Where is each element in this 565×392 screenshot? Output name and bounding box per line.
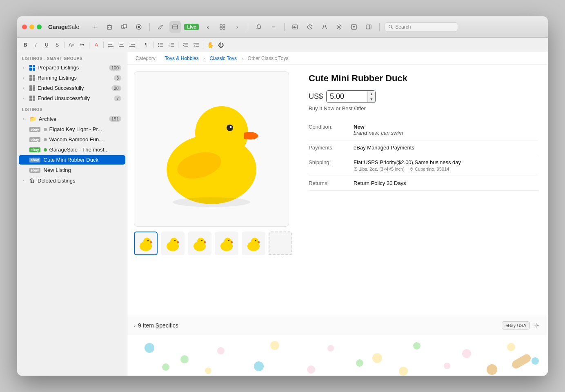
grid-view-button[interactable]	[217, 21, 228, 33]
status-dot	[44, 138, 47, 141]
strikethrough-button[interactable]: S	[52, 40, 62, 50]
schedule-button[interactable]	[304, 21, 316, 33]
price-down-button[interactable]: ▼	[368, 97, 375, 102]
notifications-button[interactable]	[253, 21, 265, 33]
sidebar-item-deleted[interactable]: › 🗑 Deleted Listings	[19, 176, 125, 185]
badge: 100	[109, 65, 121, 71]
list-unordered-button[interactable]	[156, 40, 165, 50]
content-area: Category: Toys & Hobbies › Classic Toys …	[127, 52, 548, 376]
sidebar-item-label: Running Listings	[38, 75, 77, 81]
fullscreen-button[interactable]	[37, 24, 42, 29]
sidebar-item-prepared[interactable]: › Prepared Listings 100	[19, 63, 125, 72]
svg-point-64	[197, 238, 205, 245]
confetti-dot	[145, 343, 154, 353]
outdent-button[interactable]	[180, 40, 190, 50]
sidebar-item-elgato[interactable]: ebay Elgato Key Light - Pr...	[19, 125, 125, 134]
svg-point-71	[255, 240, 256, 241]
location-icon	[409, 167, 414, 171]
svg-point-18	[338, 26, 340, 28]
sidebar-item-new-listing[interactable]: ebay New Listing	[19, 165, 125, 175]
sidebar-item-running[interactable]: › Running Listings 3	[19, 73, 125, 82]
search-icon	[388, 24, 393, 29]
thumbnail-1[interactable]	[134, 232, 158, 255]
search-bar[interactable]	[385, 22, 458, 31]
sidebar-item-rubber-duck[interactable]: ebay Cute Mini Rubber Duck	[19, 155, 125, 165]
close-button[interactable]	[22, 24, 27, 29]
price-input-wrapper: ▲ ▼	[326, 90, 376, 103]
price-up-button[interactable]: ▲	[368, 91, 375, 97]
italic-button[interactable]: I	[31, 40, 41, 50]
titlebar: GarageSale + Live ‹ › ···	[17, 16, 548, 38]
sidebar-item-label: Ended Successfully	[38, 85, 84, 91]
panel-button[interactable]	[363, 21, 374, 33]
region-settings-button[interactable]	[532, 321, 541, 330]
power-button[interactable]: ⏻	[216, 40, 226, 50]
confetti-dot	[356, 359, 363, 367]
price-input[interactable]	[327, 91, 367, 102]
svg-point-73	[411, 168, 412, 169]
settings-button[interactable]	[334, 21, 345, 33]
indent-button[interactable]	[191, 40, 201, 50]
sidebar-item-garagesale[interactable]: ebay GarageSale - The most...	[19, 145, 125, 154]
thumbnail-2[interactable]	[161, 232, 185, 255]
align-center-button[interactable]	[116, 40, 126, 50]
item-specifics-bar: › 9 Item Specifics eBay USA	[127, 316, 548, 335]
product-details-panel: Cute Mini Rubber Duck US$ ▲ ▼ Buy It Now	[299, 65, 548, 316]
minimize-button[interactable]	[29, 24, 34, 29]
svg-point-35	[158, 45, 159, 45]
list-ordered-button[interactable]: 1.2.3.	[166, 40, 176, 50]
svg-rect-8	[173, 25, 178, 29]
text-style-button[interactable]: ¶	[141, 40, 151, 50]
returns-value: Return Policy 30 Days	[354, 180, 538, 186]
confetti-dot	[205, 368, 211, 374]
thumbnail-3[interactable]	[188, 232, 211, 255]
ebay-tag: ebay	[29, 168, 40, 173]
edit-pen-button[interactable]	[155, 21, 166, 33]
item-specifics-toggle[interactable]: › 9 Item Specifics	[134, 322, 178, 329]
smart-group-icon	[29, 85, 35, 91]
app-title: GarageSale	[48, 24, 79, 30]
svg-point-67	[224, 238, 231, 245]
main-product-image[interactable]	[134, 71, 289, 227]
weight-icon	[354, 167, 358, 171]
search-input[interactable]	[395, 24, 452, 30]
new-listing-button[interactable]: +	[89, 21, 100, 33]
duplicate-button[interactable]	[118, 21, 130, 33]
ebay-usa-button[interactable]: eBay USA	[502, 321, 530, 330]
image-button[interactable]	[289, 21, 301, 33]
payments-label: Payments:	[309, 145, 354, 151]
hand-tool-button[interactable]: ✋	[205, 40, 215, 50]
account-button[interactable]	[319, 21, 330, 33]
badge: 7	[114, 96, 121, 101]
smart-groups-header: LISTINGS - SMART GROUPS	[17, 52, 127, 62]
delete-button[interactable]	[104, 21, 115, 33]
upload-button[interactable]	[348, 21, 360, 33]
prev-nav-button[interactable]: ‹	[202, 21, 214, 33]
align-left-button[interactable]	[106, 40, 116, 50]
sidebar-item-label: Ended Unsuccessfully	[38, 95, 90, 101]
bold-button[interactable]: B	[20, 40, 30, 50]
confetti-dot	[399, 367, 408, 376]
underline-button[interactable]: U	[42, 40, 51, 50]
status-dot	[44, 148, 47, 151]
weight-icon-group: 1lbs. 2oz. (3×4×5 inch)	[354, 167, 405, 172]
breadcrumb-item-2[interactable]: Classic Toys	[209, 56, 236, 61]
breadcrumb-item-1[interactable]: Toys & Hobbies	[165, 56, 198, 61]
font-family-button[interactable]: F▾	[77, 40, 87, 50]
sidebar-item-ended-success[interactable]: › Ended Successfully 28	[19, 83, 125, 93]
svg-point-53	[227, 125, 233, 131]
toggle-button[interactable]	[133, 21, 145, 33]
sidebar-item-ended-fail[interactable]: › Ended Unsuccessfully 7	[19, 94, 125, 103]
more-options-button[interactable]: ···	[268, 21, 279, 33]
font-size-button[interactable]: AA	[67, 40, 76, 50]
sidebar-item-archive[interactable]: › 📁 Archive 151	[19, 114, 125, 124]
thumbnail-5[interactable]	[242, 232, 265, 255]
breadcrumb: Category: Toys & Hobbies › Classic Toys …	[127, 52, 548, 65]
thumbnail-4[interactable]	[215, 232, 238, 255]
next-nav-button[interactable]: ›	[231, 21, 243, 33]
sidebar-item-wacom[interactable]: ebay Wacom Bamboo Fun...	[19, 135, 125, 144]
preview-button[interactable]	[169, 21, 181, 33]
text-color-button[interactable]: A	[91, 40, 101, 50]
thumbnail-empty[interactable]	[269, 232, 292, 255]
align-right-button[interactable]	[127, 40, 137, 50]
